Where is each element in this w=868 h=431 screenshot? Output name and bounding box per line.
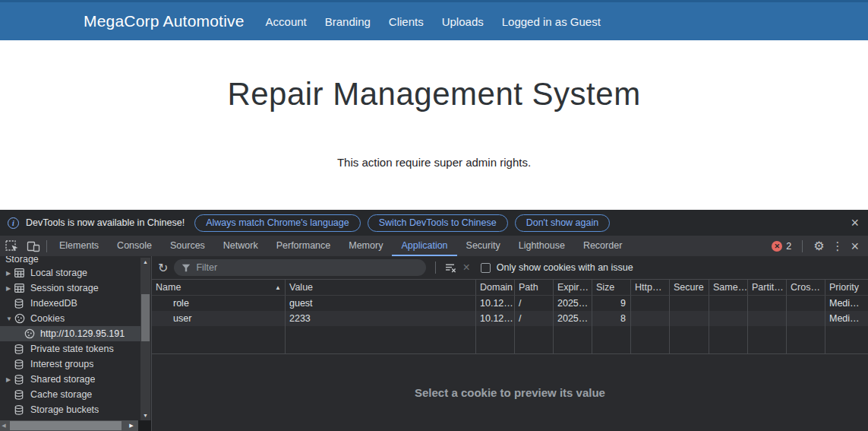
column-header-size[interactable]: Size bbox=[592, 280, 631, 296]
nav-link-clients[interactable]: Clients bbox=[389, 15, 424, 28]
empty-cell bbox=[709, 326, 748, 353]
error-badge-icon[interactable]: ✕ bbox=[772, 241, 782, 252]
sidebar-item-local-storage[interactable]: ▶ Local storage bbox=[0, 265, 140, 280]
column-header-expires[interactable]: Expir… bbox=[554, 280, 592, 296]
sidebar-item-label: Private state tokens bbox=[30, 344, 114, 354]
column-header-secure[interactable]: Secure bbox=[670, 280, 709, 296]
sidebar-item-interest-groups[interactable]: Interest groups bbox=[0, 357, 140, 372]
sidebar-horizontal-scrollbar[interactable]: ◀ ▶ bbox=[0, 420, 152, 431]
device-toolbar-icon[interactable] bbox=[27, 240, 40, 252]
sidebar-vertical-scrollbar[interactable]: ▲ ▼ bbox=[140, 258, 150, 420]
column-header-domain[interactable]: Domain bbox=[476, 280, 515, 296]
cookie-icon bbox=[24, 329, 36, 339]
nav-link-uploads[interactable]: Uploads bbox=[442, 15, 484, 28]
cell-size: 8 bbox=[592, 311, 631, 326]
column-header-path[interactable]: Path bbox=[515, 280, 554, 296]
sidebar-item-shared-storage[interactable]: ▶ Shared storage bbox=[0, 372, 140, 387]
column-header-samesite[interactable]: Same… bbox=[709, 280, 748, 296]
chevron-down-icon[interactable]: ▼ bbox=[6, 315, 14, 322]
devtools-close-icon[interactable]: × bbox=[851, 239, 859, 253]
cookie-row-user[interactable]: user 2233 10.12… / 2025… 8 Medi… bbox=[152, 311, 868, 326]
sidebar-item-label: Session storage bbox=[30, 283, 99, 293]
database-icon bbox=[14, 405, 26, 415]
devtools-panel: i DevTools is now available in Chinese! … bbox=[0, 210, 868, 431]
cell-secure bbox=[670, 296, 709, 311]
cell-domain: 10.12… bbox=[476, 311, 515, 326]
scroll-right-icon[interactable]: ▶ bbox=[128, 420, 135, 431]
column-header-httponly[interactable]: Http… bbox=[631, 280, 670, 296]
dont-show-again-button[interactable]: Don't show again bbox=[515, 214, 611, 232]
cell-priority: Medi… bbox=[825, 311, 868, 326]
cell-value: 2233 bbox=[286, 311, 476, 326]
column-label: Name bbox=[156, 282, 181, 293]
sidebar-item-storage-buckets[interactable]: Storage buckets bbox=[0, 402, 140, 417]
nav-link-account[interactable]: Account bbox=[266, 15, 307, 28]
switch-to-chinese-button[interactable]: Switch DevTools to Chinese bbox=[368, 214, 508, 232]
issue-filter-label[interactable]: Only show cookies with an issue bbox=[497, 262, 633, 273]
tab-sources[interactable]: Sources bbox=[161, 236, 214, 256]
nav-link-branding[interactable]: Branding bbox=[325, 15, 371, 28]
sidebar-item-cache-storage[interactable]: Cache storage bbox=[0, 387, 140, 402]
chevron-right-icon[interactable]: ▶ bbox=[6, 270, 14, 277]
cell-secure bbox=[670, 311, 709, 326]
column-header-value[interactable]: Value bbox=[286, 280, 476, 296]
infobar-close-icon[interactable]: × bbox=[851, 216, 859, 230]
always-match-language-button[interactable]: Always match Chrome's language bbox=[194, 214, 361, 232]
sidebar-tree: Storage ▶ Local storage ▶ Session s bbox=[0, 256, 140, 420]
table-icon bbox=[14, 268, 26, 278]
chevron-right-icon[interactable]: ▶ bbox=[6, 376, 14, 383]
sidebar-item-cookie-origin[interactable]: http://10.129.95.191 bbox=[0, 326, 140, 341]
nav-link-logged-in-as-guest[interactable]: Logged in as Guest bbox=[502, 15, 601, 28]
sidebar-item-label: Cookies bbox=[30, 313, 65, 324]
cookie-filter-field[interactable] bbox=[174, 259, 426, 276]
cell-httponly bbox=[631, 296, 670, 311]
cell-priority: Medi… bbox=[825, 296, 868, 311]
tab-console[interactable]: Console bbox=[108, 236, 161, 256]
sidebar-item-label: Interest groups bbox=[30, 359, 93, 369]
column-header-partition[interactable]: Partit… bbox=[748, 280, 787, 296]
clear-all-icon[interactable] bbox=[445, 263, 456, 273]
sidebar-item-session-storage[interactable]: ▶ Session storage bbox=[0, 280, 140, 296]
column-header-crosssite[interactable]: Cros… bbox=[787, 280, 825, 296]
cell-value: guest bbox=[286, 296, 476, 311]
inspect-element-icon[interactable] bbox=[5, 240, 19, 252]
delete-cookie-icon[interactable]: × bbox=[462, 261, 469, 274]
horizontal-scroll-thumb[interactable] bbox=[10, 421, 122, 430]
cookie-preview-pane: Select a cookie to preview its value bbox=[152, 354, 868, 431]
scroll-left-icon[interactable]: ◀ bbox=[0, 420, 8, 431]
refresh-icon[interactable]: ↻ bbox=[158, 261, 168, 275]
tab-application[interactable]: Application bbox=[392, 236, 456, 256]
column-header-name[interactable]: Name▲ bbox=[152, 280, 286, 296]
error-count[interactable]: 2 bbox=[786, 241, 791, 252]
scroll-down-icon[interactable]: ▼ bbox=[140, 411, 150, 420]
cell-httponly bbox=[631, 311, 670, 326]
site-brand[interactable]: MegaCorp Automotive bbox=[84, 12, 245, 30]
sidebar-item-indexeddb[interactable]: IndexedDB bbox=[0, 296, 140, 311]
tab-elements[interactable]: Elements bbox=[50, 236, 108, 256]
vertical-scroll-thumb[interactable] bbox=[141, 294, 150, 341]
settings-gear-icon[interactable]: ⚙ bbox=[813, 240, 824, 252]
database-icon bbox=[14, 360, 26, 369]
tab-memory[interactable]: Memory bbox=[339, 236, 392, 256]
sidebar-item-private-state-tokens[interactable]: Private state tokens bbox=[0, 341, 140, 357]
sidebar-item-cookies[interactable]: ▼ Cookies bbox=[0, 311, 140, 326]
cell-path: / bbox=[515, 296, 554, 311]
kebab-menu-icon[interactable]: ⋮ bbox=[832, 240, 843, 252]
issue-filter-checkbox[interactable] bbox=[481, 263, 491, 273]
chevron-right-icon[interactable]: ▶ bbox=[6, 285, 14, 292]
tab-performance[interactable]: Performance bbox=[267, 236, 340, 256]
cookie-row-role[interactable]: role guest 10.12… / 2025… 9 Medi… bbox=[152, 296, 868, 311]
scroll-up-icon[interactable]: ▲ bbox=[140, 258, 150, 267]
column-header-priority[interactable]: Priority bbox=[825, 280, 868, 296]
application-sidebar: Storage ▶ Local storage ▶ Session s bbox=[0, 256, 152, 431]
site-nav: Account Branding Clients Uploads Logged … bbox=[266, 15, 601, 28]
filter-input[interactable] bbox=[196, 262, 418, 273]
devtools-tabbar: Elements Console Sources Network Perform… bbox=[0, 236, 868, 256]
tab-recorder[interactable]: Recorder bbox=[574, 236, 631, 256]
tab-lighthouse[interactable]: Lighthouse bbox=[510, 236, 574, 256]
tab-network[interactable]: Network bbox=[214, 236, 267, 256]
site-navbar: MegaCorp Automotive Account Branding Cli… bbox=[0, 0, 868, 40]
cell-expires: 2025… bbox=[554, 296, 592, 311]
tab-security[interactable]: Security bbox=[457, 236, 510, 256]
cookie-table-empty-rows bbox=[152, 326, 868, 353]
